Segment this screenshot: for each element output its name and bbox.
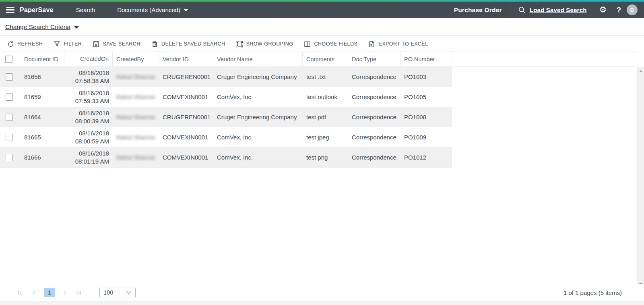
page-size-select[interactable]: 100 (99, 288, 136, 297)
row-checkbox[interactable] (6, 73, 13, 81)
columns-icon (304, 41, 311, 48)
pager-bar: 1 100 1 of 1 pages (5 items) (0, 284, 644, 301)
cell-created-on: 08/16/201807:59:33 AM (64, 89, 113, 105)
tab-search-label: Search (76, 6, 95, 13)
table-row[interactable]: 81664 08/16/201808:00:39 AM Rahul Sharma… (0, 107, 452, 127)
user-avatar[interactable]: D (627, 4, 638, 15)
search-icon (518, 6, 526, 14)
app-brand: PaperSave (20, 6, 54, 14)
cell-po-number: PO1005 (400, 93, 452, 100)
cell-vendor-id: COMVEXIN0001 (159, 93, 213, 100)
filter-funnel-icon (54, 41, 60, 48)
cell-document-id: 81664 (18, 114, 64, 120)
hamburger-menu-icon[interactable] (6, 7, 14, 13)
next-page-icon (62, 290, 67, 295)
cell-comments: test jpeg (303, 134, 348, 141)
settings-gear-icon[interactable]: ⚙ (599, 6, 607, 14)
row-checkbox[interactable] (6, 93, 13, 101)
cell-created-by-redacted: Rahul Sharma (116, 73, 155, 80)
scroll-up-icon[interactable] (638, 68, 644, 74)
previous-page-icon (32, 290, 37, 295)
refresh-icon (7, 41, 14, 48)
grouping-icon (236, 41, 243, 48)
refresh-label: REFRESH (17, 41, 43, 47)
navbar-right: Purchase Order Load Saved Search ⚙ ? D (454, 2, 644, 18)
cell-vendor-name: Cruger Engineering Company (213, 73, 303, 80)
save-search-button[interactable]: SAVE SEARCH (93, 41, 140, 48)
last-page-icon (76, 290, 81, 295)
column-header-po-number[interactable]: PO Number (400, 52, 452, 66)
pager-nav: 1 (13, 288, 86, 297)
cell-vendor-name: ComVex, Inc. (213, 93, 303, 100)
navbar: PaperSave Search Documents (Advanced) Pu… (0, 2, 644, 18)
current-page-button[interactable]: 1 (44, 288, 55, 297)
help-icon[interactable]: ? (616, 6, 621, 15)
filter-button[interactable]: FILTER (54, 41, 82, 48)
row-checkbox[interactable] (6, 154, 13, 161)
column-header-created-by[interactable]: CreatedBy (113, 52, 159, 66)
filter-label: FILTER (64, 41, 82, 47)
show-grouping-label: SHOW GROUPING (246, 41, 293, 47)
column-header-comments[interactable]: Comments (303, 52, 348, 66)
cell-created-on: 08/16/201807:58:38 AM (64, 69, 113, 85)
cell-comments: test outlook (303, 93, 348, 100)
column-header-vendor-name[interactable]: Vendor Name (213, 52, 303, 66)
cell-created-by-redacted: Rahul Sharma (116, 93, 155, 100)
cell-vendor-name: ComVex, Inc. (213, 154, 303, 161)
delete-saved-search-label: DELETE SAVED SEARCH (161, 41, 225, 47)
divider (199, 2, 199, 18)
cell-doc-type: Correspondence (348, 134, 400, 141)
last-page-button[interactable] (72, 290, 86, 295)
cell-po-number: PO1012 (400, 154, 452, 161)
excel-file-icon (368, 41, 375, 48)
column-header-document-id[interactable]: Document ID (18, 52, 64, 66)
grid-body: 81656 08/16/201807:58:38 AM Rahul Sharma… (0, 67, 452, 168)
cell-document-id: 81656 (18, 73, 64, 80)
cell-created-on: 08/16/201808:00:39 AM (64, 109, 113, 125)
header-filler (452, 52, 637, 66)
row-checkbox[interactable] (6, 134, 13, 141)
cell-vendor-id: CRUGEREN0001 (159, 73, 213, 80)
table-row[interactable]: 81659 08/16/201807:59:33 AM Rahul Sharma… (0, 87, 452, 107)
tab-search[interactable]: Search (65, 2, 106, 18)
cell-vendor-name: ComVex, Inc. (213, 134, 303, 141)
cell-document-id: 81666 (18, 154, 64, 161)
chevron-down-icon (126, 291, 132, 295)
grid-toolbar: REFRESH FILTER SAVE SEARCH DELETE SAVED … (0, 36, 644, 52)
table-row[interactable]: 81666 08/16/201808:01:19 AM Rahul Sharma… (0, 147, 452, 168)
refresh-button[interactable]: REFRESH (7, 41, 43, 48)
export-to-excel-button[interactable]: EXPORT TO EXCEL (368, 41, 428, 48)
criteria-bar: Change Search Criteria (0, 18, 644, 36)
column-header-doc-type[interactable]: Doc Type (348, 52, 400, 66)
choose-fields-button[interactable]: CHOOSE FIELDS (304, 41, 357, 48)
cell-created-by-redacted: Rahul Sharma (116, 154, 155, 161)
previous-page-button[interactable] (27, 290, 41, 295)
next-page-button[interactable] (58, 290, 72, 295)
show-grouping-button[interactable]: SHOW GROUPING (236, 41, 293, 48)
first-page-button[interactable] (13, 290, 27, 295)
save-search-label: SAVE SEARCH (103, 41, 140, 47)
cell-created-on: 08/16/201808:01:19 AM (64, 149, 113, 166)
change-search-criteria-link[interactable]: Change Search Criteria (5, 23, 79, 31)
cell-po-number: PO1003 (400, 73, 452, 80)
select-all-checkbox[interactable] (5, 56, 12, 63)
table-row[interactable]: 81656 08/16/201807:58:38 AM Rahul Sharma… (0, 67, 452, 87)
cell-vendor-name: Cruger Engineering Company (213, 114, 303, 120)
pager-summary: 1 of 1 pages (5 items) (564, 289, 622, 296)
load-saved-search-button[interactable]: Load Saved Search (510, 6, 594, 14)
page-size-value: 100 (103, 289, 113, 296)
table-row[interactable]: 81665 08/16/201808:00:59 AM Rahul Sharma… (0, 127, 452, 147)
column-header-created-on[interactable]: CreatedOn (64, 52, 113, 66)
change-search-criteria-label: Change Search Criteria (5, 23, 70, 31)
delete-saved-search-button[interactable]: DELETE SAVED SEARCH (151, 41, 225, 48)
tab-documents-advanced[interactable]: Documents (Advanced) (106, 2, 199, 18)
cell-po-number: PO1009 (400, 134, 452, 141)
row-checkbox[interactable] (6, 114, 13, 121)
first-page-icon (18, 290, 23, 295)
vertical-scrollbar[interactable] (637, 67, 644, 288)
column-header-vendor-id[interactable]: Vendor ID (159, 52, 213, 66)
cell-created-by-redacted: Rahul Sharma (116, 134, 155, 141)
bottom-strip (0, 301, 644, 305)
cell-vendor-id: CRUGEREN0001 (159, 114, 213, 120)
cell-created-on: 08/16/201808:00:59 AM (64, 129, 113, 145)
